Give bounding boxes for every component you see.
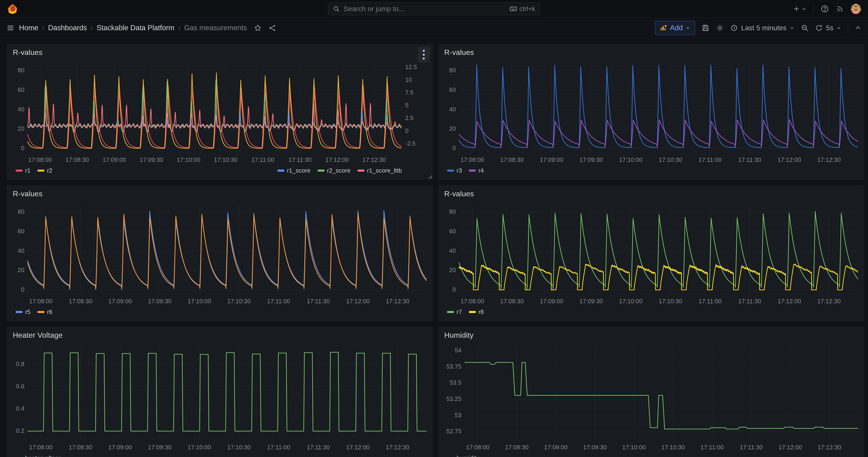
panel-header[interactable]: Humidity: [439, 327, 864, 341]
add-panel-button[interactable]: Add: [655, 21, 695, 35]
search-icon: [333, 5, 340, 12]
dashboard-settings-button[interactable]: [716, 24, 724, 32]
help-icon[interactable]: [820, 5, 829, 13]
legend-label: r7: [457, 308, 462, 315]
keyboard-icon: [509, 5, 517, 12]
panel-header[interactable]: R-values: [7, 186, 433, 200]
panel-r-values-2: R-values r3r4: [438, 44, 864, 180]
legend-group: r1_scorer2_scorer1_score_lttb: [277, 167, 424, 174]
breadcrumb: Home › Dashboards › Stackable Data Platf…: [19, 24, 247, 32]
panel-r-values-3: R-values r5r6: [7, 186, 433, 321]
chart-canvas[interactable]: [439, 341, 864, 453]
legend-item-r8[interactable]: r8: [469, 308, 484, 315]
legend-label: r1: [25, 167, 30, 174]
legend-label: heatervoltage: [25, 454, 62, 457]
dashboard-toolbar: Home › Dashboards › Stackable Data Platf…: [0, 18, 868, 38]
panel-header[interactable]: R-values: [439, 44, 864, 59]
star-dashboard-button[interactable]: [254, 24, 261, 32]
panel-heater-voltage: Heater Voltage heatervoltage: [7, 327, 433, 457]
news-rss-icon[interactable]: [836, 5, 844, 13]
share-dashboard-button[interactable]: [269, 24, 276, 32]
legend-swatch: [37, 170, 44, 172]
toolbar-divider: [848, 23, 848, 33]
chart-legend: r5r6: [7, 307, 433, 315]
mega-menu-toggle[interactable]: [6, 24, 14, 32]
chart-legend: r3r4: [439, 165, 864, 174]
add-label: Add: [670, 24, 683, 32]
grafana-logo[interactable]: [7, 3, 18, 14]
breadcrumb-separator: ›: [42, 24, 44, 32]
search-shortcut: ctrl+k: [509, 5, 535, 12]
legend-item-r3[interactable]: r3: [447, 167, 462, 174]
collapse-toolbar-button[interactable]: [855, 24, 862, 31]
search-placeholder: Search or jump to...: [344, 5, 506, 13]
panel-r-values-1: R-values r1r2r1_scorer2_scorer1_score_lt…: [7, 44, 433, 180]
panel-header[interactable]: R-values: [7, 44, 433, 59]
chart-legend: humidity: [439, 453, 864, 457]
legend-item-r1[interactable]: r1: [16, 167, 30, 174]
breadcrumb-folder[interactable]: Stackable Data Platform: [97, 24, 174, 32]
chart-legend: r1r2r1_scorer2_scorer1_score_lttb: [7, 165, 433, 174]
legend-label: r3: [457, 167, 462, 174]
time-range-label: Last 5 minutes: [741, 24, 786, 32]
legend-group: r3r4: [447, 167, 484, 174]
legend-swatch: [358, 170, 365, 172]
legend-item-r5[interactable]: r5: [16, 308, 30, 315]
legend-label: r1_score: [287, 167, 310, 174]
legend-item-r6[interactable]: r6: [37, 308, 52, 315]
user-avatar[interactable]: [851, 4, 861, 14]
panel-header[interactable]: Heater Voltage: [7, 327, 433, 341]
legend-swatch: [469, 311, 476, 313]
chart-canvas[interactable]: [7, 200, 433, 307]
panel-title[interactable]: R-values: [444, 48, 859, 57]
panel-humidity: Humidity humidity: [438, 327, 864, 457]
breadcrumb-current: Gas measurements: [184, 24, 247, 32]
chart-canvas[interactable]: [439, 59, 864, 165]
legend-label: r4: [478, 167, 484, 174]
panel-title[interactable]: R-values: [13, 48, 427, 57]
legend-group: humidity: [447, 454, 479, 457]
chart-canvas[interactable]: [7, 59, 433, 165]
legend-label: r8: [478, 308, 484, 315]
clock-icon: [731, 24, 738, 32]
top-bar: Search or jump to... ctrl+k: [0, 0, 868, 18]
breadcrumb-separator: ›: [91, 24, 93, 32]
panel-resize-handle[interactable]: [428, 175, 432, 179]
legend-item-r4[interactable]: r4: [469, 167, 484, 174]
legend-swatch: [317, 170, 324, 172]
panel-title[interactable]: Heater Voltage: [13, 331, 427, 340]
panel-menu-icon[interactable]: [418, 47, 430, 63]
dashboard-grid: R-values r1r2r1_scorer2_scorer1_score_lt…: [0, 38, 868, 457]
search-input[interactable]: Search or jump to... ctrl+k: [328, 2, 540, 16]
legend-label: r1_score_lttb: [367, 167, 402, 174]
legend-label: r2: [47, 167, 52, 174]
chart-legend: r7r8: [439, 307, 864, 315]
legend-swatch: [469, 170, 476, 172]
legend-item-r1_score_lttb[interactable]: r1_score_lttb: [358, 167, 402, 174]
legend-item-r2[interactable]: r2: [37, 167, 52, 174]
save-dashboard-button[interactable]: [702, 24, 710, 32]
legend-item-humidity[interactable]: humidity: [447, 454, 479, 457]
legend-group: heatervoltage: [16, 454, 62, 457]
chart-canvas[interactable]: [7, 341, 433, 453]
panel-title[interactable]: R-values: [13, 189, 427, 198]
legend-swatch: [277, 170, 284, 172]
breadcrumb-home[interactable]: Home: [19, 24, 38, 32]
panel-title[interactable]: R-values: [444, 189, 859, 198]
legend-item-r7[interactable]: r7: [447, 308, 462, 315]
refresh-picker[interactable]: 5s: [815, 24, 841, 32]
legend-group: r5r6: [16, 308, 52, 315]
time-range-picker[interactable]: Last 5 minutes: [731, 24, 794, 32]
refresh-interval-label: 5s: [826, 24, 833, 32]
breadcrumb-dashboards[interactable]: Dashboards: [48, 24, 87, 32]
new-button[interactable]: [793, 5, 806, 12]
chart-canvas[interactable]: [439, 200, 864, 307]
panel-title[interactable]: Humidity: [444, 331, 859, 340]
chart-legend: heatervoltage: [7, 453, 433, 457]
legend-item-heatervoltage[interactable]: heatervoltage: [16, 454, 62, 457]
legend-item-r2_score[interactable]: r2_score: [317, 167, 350, 174]
legend-item-r1_score[interactable]: r1_score: [277, 167, 310, 174]
legend-group: r1r2: [16, 167, 52, 174]
zoom-out-time-button[interactable]: [801, 24, 809, 32]
panel-header[interactable]: R-values: [439, 186, 864, 200]
